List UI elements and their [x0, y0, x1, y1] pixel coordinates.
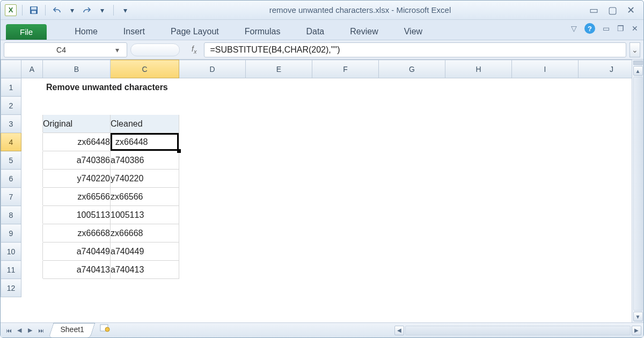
cell-B5[interactable]: a740386 — [43, 151, 111, 170]
redo-dropdown-icon[interactable]: ▾ — [96, 4, 108, 16]
col-header-G[interactable]: G — [379, 60, 445, 78]
row-header-12[interactable]: 12 — [1, 279, 21, 297]
page-title: Remove unwanted characters — [43, 78, 246, 97]
cell-B4[interactable]: zx66448 — [43, 133, 111, 151]
vertical-scrollbar[interactable]: ▲ ▼ — [632, 60, 643, 322]
cell-B6[interactable]: y740220 — [43, 170, 111, 188]
col-header-B[interactable]: B — [43, 60, 111, 78]
scroll-up-icon[interactable]: ▲ — [633, 66, 643, 76]
help-icon[interactable]: ? — [584, 23, 595, 34]
header-original[interactable]: Original — [43, 115, 111, 133]
doc-minimize-icon[interactable]: ▭ — [603, 24, 610, 33]
column-headers: A B C D E F G H I J K — [1, 60, 632, 78]
row-header-3[interactable]: 3 — [1, 115, 21, 133]
tab-review[interactable]: Review — [337, 24, 391, 40]
cell-C5[interactable]: a740386 — [111, 151, 179, 170]
col-header-F[interactable]: F — [312, 60, 379, 78]
col-header-J[interactable]: J — [579, 60, 632, 78]
row-header-9[interactable]: 9 — [1, 224, 21, 243]
file-tab[interactable]: File — [6, 24, 47, 40]
prev-sheet-icon[interactable]: ◀ — [14, 326, 24, 335]
save-icon[interactable] — [28, 4, 40, 16]
col-header-H[interactable]: H — [445, 60, 512, 78]
tab-view[interactable]: View — [391, 24, 435, 40]
col-header-D[interactable]: D — [179, 60, 246, 78]
qat-customize-icon[interactable]: ▾ — [119, 4, 131, 16]
row-header-1[interactable]: 1 — [1, 78, 21, 97]
new-sheet-icon[interactable] — [98, 323, 112, 333]
tab-data[interactable]: Data — [293, 24, 337, 40]
redo-icon[interactable] — [81, 4, 93, 16]
sheet-tab-sheet1[interactable]: Sheet1 — [49, 323, 96, 337]
first-sheet-icon[interactable]: ⏮ — [4, 326, 13, 335]
cell-C4-value: zx66448 — [115, 137, 148, 147]
cell-B11[interactable]: a740413 — [43, 261, 111, 279]
cancel-enter-group — [130, 43, 180, 56]
name-box-value: C4 — [10, 46, 113, 54]
cell-C9[interactable]: zx66668 — [111, 224, 179, 243]
svg-rect-2 — [32, 11, 36, 13]
scroll-track-h[interactable] — [405, 326, 631, 335]
quick-access-toolbar: X ▾ ▾ ▾ — [5, 4, 131, 16]
row-header-6[interactable]: 6 — [1, 170, 21, 188]
formula-bar: C4 ▾ fx =SUBSTITUTE(B4,CHAR(202),"") ⌄ — [1, 40, 643, 60]
split-handle[interactable] — [633, 61, 643, 65]
doc-close-icon[interactable]: ✕ — [632, 24, 638, 33]
minimize-icon[interactable]: ▭ — [589, 5, 598, 15]
row-header-10[interactable]: 10 — [1, 243, 21, 261]
doc-restore-icon[interactable]: ❐ — [617, 24, 624, 33]
cell-B7[interactable]: zx66566 — [43, 188, 111, 206]
row-header-2[interactable]: 2 — [1, 97, 21, 115]
formula-input[interactable]: =SUBSTITUTE(B4,CHAR(202),"") — [204, 42, 626, 57]
close-icon[interactable]: ✕ — [627, 5, 635, 15]
cell-C8[interactable]: 1005113 — [111, 206, 179, 224]
formula-expand-icon[interactable]: ⌄ — [630, 42, 640, 57]
select-all-corner[interactable] — [1, 60, 21, 78]
row-header-5[interactable]: 5 — [1, 151, 21, 170]
name-box-dropdown-icon[interactable]: ▾ — [113, 46, 121, 54]
scroll-left-icon[interactable]: ◀ — [394, 326, 404, 335]
maximize-icon[interactable]: ▢ — [608, 5, 617, 15]
sheet-nav: ⏮ ◀ ▶ ⏭ — [1, 323, 49, 337]
undo-dropdown-icon[interactable]: ▾ — [66, 4, 78, 16]
cell-B8[interactable]: 1005113 — [43, 206, 111, 224]
row-header-4[interactable]: 4 — [1, 133, 21, 151]
header-cleaned[interactable]: Cleaned — [111, 115, 179, 133]
name-box[interactable]: C4 ▾ — [4, 42, 127, 57]
scroll-down-icon[interactable]: ▼ — [633, 312, 643, 321]
col-header-I[interactable]: I — [512, 60, 579, 78]
window-controls: ▭ ▢ ✕ — [589, 5, 639, 15]
cell-B9[interactable]: zx66668 — [43, 224, 111, 243]
fx-icon[interactable]: fx — [183, 45, 201, 55]
next-sheet-icon[interactable]: ▶ — [25, 326, 35, 335]
ribbon-min-icon[interactable]: ▽ — [571, 24, 577, 33]
excel-window: X ▾ ▾ ▾ remove unwanted characters.xlsx … — [0, 0, 644, 338]
fill-handle[interactable] — [177, 149, 181, 153]
title-bar: X ▾ ▾ ▾ remove unwanted characters.xlsx … — [1, 1, 643, 20]
tab-formulas[interactable]: Formulas — [232, 24, 294, 40]
row-header-8[interactable]: 8 — [1, 206, 21, 224]
col-header-A[interactable]: A — [21, 60, 43, 78]
row-header-7[interactable]: 7 — [1, 188, 21, 206]
tab-insert[interactable]: Insert — [111, 24, 158, 40]
cell-B10[interactable]: a740449 — [43, 243, 111, 261]
svg-rect-1 — [31, 7, 36, 10]
excel-logo[interactable]: X — [5, 4, 17, 16]
spreadsheet-area: A B C D E F G H I J K — [1, 60, 643, 322]
scroll-right-icon[interactable]: ▶ — [632, 326, 641, 335]
cell-C10[interactable]: a740449 — [111, 243, 179, 261]
scroll-track-v[interactable] — [633, 77, 643, 311]
grid[interactable]: A B C D E F G H I J K — [1, 60, 632, 297]
cell-C7[interactable]: zx66566 — [111, 188, 179, 206]
col-header-C[interactable]: C — [111, 60, 179, 78]
cell-C11[interactable]: a740413 — [111, 261, 179, 279]
cell-C6[interactable]: y740220 — [111, 170, 179, 188]
tab-page-layout[interactable]: Page Layout — [158, 24, 232, 40]
row-header-11[interactable]: 11 — [1, 261, 21, 279]
horizontal-scrollbar[interactable]: ◀ ▶ — [112, 323, 643, 337]
col-header-E[interactable]: E — [246, 60, 312, 78]
last-sheet-icon[interactable]: ⏭ — [36, 326, 46, 335]
tab-home[interactable]: Home — [62, 24, 111, 40]
cell-C4[interactable]: zx66448 — [111, 133, 179, 151]
undo-icon[interactable] — [51, 4, 63, 16]
